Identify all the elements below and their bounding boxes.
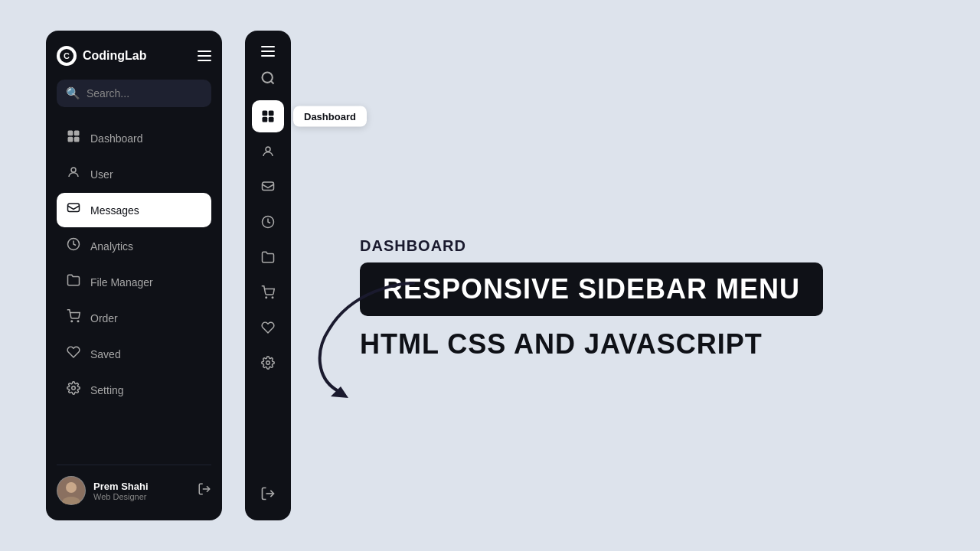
sidebar-item-label: Dashboard xyxy=(90,132,143,145)
sidebar-item-dashboard[interactable]: Dashboard xyxy=(57,121,211,155)
user-info: Prem Shahi Web Designer xyxy=(93,481,190,501)
file-manager-icon xyxy=(66,273,81,291)
hamburger-line xyxy=(261,46,275,47)
svg-point-27 xyxy=(266,361,270,365)
svg-text:C: C xyxy=(64,51,70,60)
content-area: DASHBOARD RESPONSIVE SIDEBAR MENU HTML C… xyxy=(291,191,980,360)
nav-items: Dashboard User Messages Analytics xyxy=(57,121,211,465)
hamburger-line xyxy=(261,51,275,52)
user-name: Prem Shahi xyxy=(93,481,190,492)
content-title-main: RESPONSIVE SIDEBAR MENU xyxy=(383,273,800,305)
hamburger-line xyxy=(198,51,211,52)
col-item-dashboard[interactable]: Dashboard xyxy=(252,100,284,132)
svg-rect-18 xyxy=(263,111,268,116)
svg-point-9 xyxy=(71,321,73,322)
brand-icon: C xyxy=(57,46,77,66)
brand-logo-icon: C xyxy=(60,49,74,63)
sidebar-item-order[interactable]: Order xyxy=(57,301,211,335)
svg-rect-3 xyxy=(74,131,80,136)
sidebar-header: C CodingLab xyxy=(57,46,211,66)
sidebar-item-messages[interactable]: Messages xyxy=(57,193,211,227)
svg-point-22 xyxy=(266,147,270,152)
arrow-decoration xyxy=(276,268,444,406)
col-hamburger-button[interactable] xyxy=(261,46,275,57)
svg-point-11 xyxy=(72,386,76,390)
svg-rect-5 xyxy=(74,137,80,142)
col-search-button[interactable] xyxy=(260,70,276,90)
sidebar-item-label: User xyxy=(90,168,113,181)
avatar-image xyxy=(57,477,85,504)
sidebar-item-label: Setting xyxy=(90,384,124,396)
sidebar-footer: Prem Shahi Web Designer xyxy=(57,465,211,505)
sidebar-item-setting[interactable]: Setting xyxy=(57,373,211,407)
col-item-messages[interactable] xyxy=(252,171,284,203)
logout-button[interactable] xyxy=(198,482,211,499)
sidebar-item-label: Order xyxy=(90,312,118,324)
sidebar-item-label: Analytics xyxy=(90,240,133,253)
sidebar-item-label: File Manager xyxy=(90,276,153,289)
brand: C CodingLab xyxy=(57,46,147,66)
svg-point-13 xyxy=(66,482,77,493)
avatar xyxy=(57,476,86,505)
content-title-sub: HTML CSS AND JAVASCRIPT xyxy=(360,328,980,360)
search-input[interactable] xyxy=(87,87,202,99)
setting-icon xyxy=(66,381,81,399)
user-role: Web Designer xyxy=(93,492,190,501)
brand-name: CodingLab xyxy=(83,49,147,63)
saved-icon xyxy=(66,345,81,363)
svg-rect-2 xyxy=(68,131,74,136)
sidebar-item-analytics[interactable]: Analytics xyxy=(57,229,211,263)
svg-line-17 xyxy=(271,81,274,84)
hamburger-line xyxy=(198,60,211,61)
col-item-user[interactable] xyxy=(252,135,284,168)
search-box[interactable]: 🔍 xyxy=(57,80,211,107)
col-item-analytics[interactable] xyxy=(252,206,284,238)
tooltip-dashboard: Dashboard xyxy=(293,106,367,127)
col-logout-button[interactable] xyxy=(260,486,276,505)
content-dashboard-label: DASHBOARD xyxy=(360,237,980,255)
svg-rect-21 xyxy=(269,117,274,122)
svg-rect-7 xyxy=(68,204,80,212)
sidebar-item-user[interactable]: User xyxy=(57,157,211,191)
sidebar-item-label: Messages xyxy=(90,204,139,217)
user-icon xyxy=(66,165,81,183)
sidebar-item-saved[interactable]: Saved xyxy=(57,337,211,371)
svg-rect-23 xyxy=(263,182,274,191)
hamburger-line xyxy=(261,55,275,57)
search-icon: 🔍 xyxy=(66,86,80,100)
dashboard-icon xyxy=(66,129,81,147)
svg-point-26 xyxy=(272,297,273,298)
order-icon xyxy=(66,309,81,327)
analytics-icon xyxy=(66,237,81,255)
hamburger-button[interactable] xyxy=(198,51,211,61)
svg-point-25 xyxy=(266,297,267,298)
svg-point-16 xyxy=(263,73,273,83)
sidebar-expanded: C CodingLab 🔍 Dashboard User xyxy=(46,31,222,520)
sidebar-item-label: Saved xyxy=(90,348,121,360)
hamburger-line xyxy=(198,55,211,57)
svg-rect-20 xyxy=(263,117,268,122)
svg-rect-19 xyxy=(269,111,274,116)
sidebar-item-file-manager[interactable]: File Manager xyxy=(57,265,211,299)
svg-point-10 xyxy=(77,321,79,322)
svg-rect-4 xyxy=(68,137,74,142)
messages-icon xyxy=(66,201,81,219)
svg-point-6 xyxy=(71,168,76,172)
